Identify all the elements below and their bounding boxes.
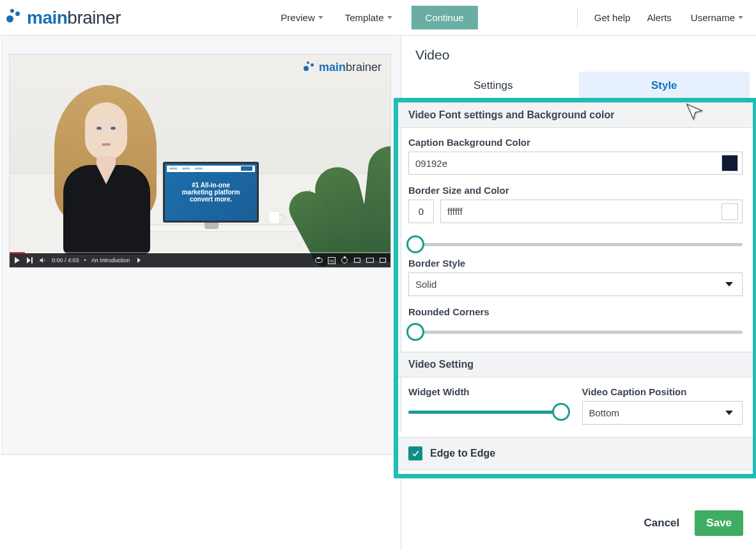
border-color-input[interactable]: ffffff xyxy=(440,200,743,223)
username-dropdown[interactable]: Username xyxy=(688,8,746,27)
video-time: 0:00 / 4:03 xyxy=(52,257,79,263)
border-label: Border Size and Color xyxy=(408,185,743,196)
chevron-right-icon[interactable] xyxy=(135,256,143,264)
properties-panel: Video Settings Style Video Font settings… xyxy=(401,36,756,550)
logo[interactable]: mainbrainer xyxy=(5,9,121,27)
preview-label: Preview xyxy=(281,12,314,23)
chevron-down-icon xyxy=(387,16,392,19)
video-watermark-logo: mainbrainer xyxy=(303,61,382,74)
settings-gear-icon[interactable] xyxy=(341,256,348,264)
video-preview[interactable]: #1 All-in-one marketing platform convert… xyxy=(9,54,391,268)
chevron-down-icon xyxy=(318,16,323,19)
top-bar: mainbrainer Preview Template Continue Ge… xyxy=(0,0,756,36)
tab-style[interactable]: Style xyxy=(579,72,750,100)
tab-settings[interactable]: Settings xyxy=(408,72,579,100)
style-highlight-frame: Video Font settings and Background color… xyxy=(394,98,756,478)
template-dropdown[interactable]: Template xyxy=(343,8,395,27)
slider-thumb[interactable] xyxy=(406,235,424,253)
border-style-value: Solid xyxy=(415,279,436,290)
fullscreen-icon[interactable] xyxy=(379,256,387,264)
edge-to-edge-row[interactable]: Edge to Edge xyxy=(398,437,753,470)
widget-width-slider[interactable] xyxy=(408,401,569,423)
border-style-select[interactable]: Solid xyxy=(408,272,743,296)
border-color-value: ffffff xyxy=(447,206,463,217)
video-controls: 0:00 / 4:03 • An Introduction cc xyxy=(10,253,390,267)
template-label: Template xyxy=(345,12,384,23)
autoplay-icon[interactable] xyxy=(315,256,323,264)
theatre-icon[interactable] xyxy=(366,256,374,264)
miniplayer-icon[interactable] xyxy=(353,256,361,264)
save-button[interactable]: Save xyxy=(695,510,743,536)
video-title: An Introduction xyxy=(91,257,130,263)
play-icon[interactable] xyxy=(13,256,21,264)
cancel-button[interactable]: Cancel xyxy=(640,516,684,530)
caption-position-select[interactable]: Bottom xyxy=(582,401,743,425)
panel-title: Video xyxy=(401,36,756,72)
logo-dots-icon xyxy=(5,9,23,27)
cc-icon[interactable]: cc xyxy=(328,256,336,264)
caption-bg-value: 09192e xyxy=(415,158,447,169)
border-color-swatch[interactable] xyxy=(721,203,738,220)
slider-thumb[interactable] xyxy=(406,323,424,341)
chevron-down-icon xyxy=(725,282,733,287)
next-icon[interactable] xyxy=(26,256,34,264)
edge-to-edge-checkbox[interactable] xyxy=(408,446,422,460)
preview-dropdown[interactable]: Preview xyxy=(278,8,325,27)
widget-width-label: Widget Width xyxy=(408,386,569,397)
chevron-down-icon xyxy=(738,16,743,19)
rounded-corners-slider[interactable] xyxy=(408,321,743,343)
monitor-graphic: #1 All-in-one marketing platform convert… xyxy=(163,162,259,223)
border-style-label: Border Style xyxy=(408,258,743,269)
chevron-down-icon xyxy=(725,411,733,415)
section-video-setting-title: Video Setting xyxy=(398,352,753,377)
caption-position-label: Video Caption Position xyxy=(582,386,743,397)
rounded-corners-label: Rounded Corners xyxy=(408,306,743,317)
panel-footer: Cancel Save xyxy=(640,510,743,536)
canvas-bottom-blank xyxy=(0,454,401,550)
divider xyxy=(577,8,578,28)
caption-bg-label: Caption Background Color xyxy=(408,137,743,148)
border-size-slider[interactable] xyxy=(408,233,743,255)
caption-bg-swatch[interactable] xyxy=(721,155,738,171)
section-font-bg-title: Video Font settings and Background color xyxy=(398,102,753,128)
caption-position-value: Bottom xyxy=(589,407,620,418)
volume-icon[interactable] xyxy=(39,256,47,264)
border-size-input[interactable]: 0 xyxy=(408,200,434,223)
caption-bg-input[interactable]: 09192e xyxy=(408,152,743,175)
person-graphic xyxy=(35,63,176,255)
slider-thumb[interactable] xyxy=(552,403,570,421)
logo-text: mainbrainer xyxy=(27,9,121,27)
edge-to-edge-label: Edge to Edge xyxy=(430,448,495,459)
get-help-link[interactable]: Get help xyxy=(594,12,631,23)
continue-button[interactable]: Continue xyxy=(412,6,478,29)
center-nav: Preview Template Continue xyxy=(278,0,477,35)
panel-tabs: Settings Style xyxy=(408,72,750,100)
alerts-link[interactable]: Alerts xyxy=(647,12,671,23)
right-nav: Get help Alerts Username xyxy=(577,8,746,28)
username-label: Username xyxy=(691,12,735,23)
editor-canvas: #1 All-in-one marketing platform convert… xyxy=(0,36,401,550)
